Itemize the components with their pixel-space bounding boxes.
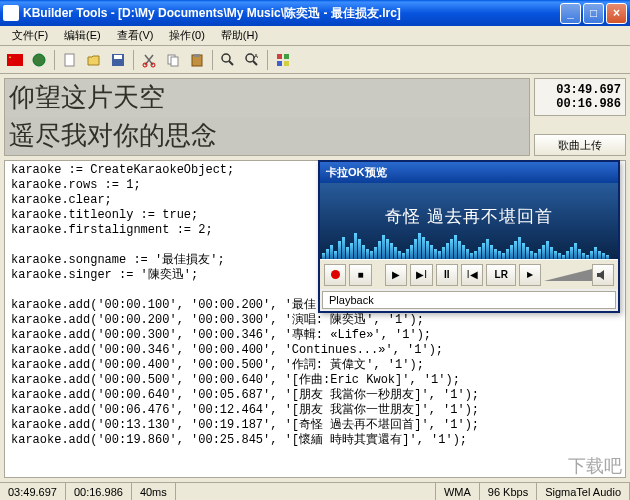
time-display: 03:49.697 00:16.986	[534, 78, 626, 116]
svg-rect-11	[194, 54, 200, 57]
karaoke-preview-window[interactable]: 卡拉OK预览 奇怪 過去再不堪回首 ■ ▶ ▶I II I◀ LR ▶ Play…	[318, 160, 620, 313]
svg-rect-5	[114, 55, 122, 59]
prev-button[interactable]: I◀	[461, 264, 483, 286]
status-latency: 40ms	[132, 483, 176, 500]
svg-rect-19	[277, 61, 282, 66]
menu-help[interactable]: 帮助(H)	[213, 26, 266, 45]
upload-button[interactable]: 歌曲上传	[534, 134, 626, 156]
save-button[interactable]	[107, 49, 129, 71]
open-button[interactable]	[83, 49, 105, 71]
svg-rect-20	[284, 61, 289, 66]
status-codec: WMA	[436, 483, 480, 500]
speaker-icon	[596, 269, 610, 281]
status-total-time: 03:49.697	[0, 483, 66, 500]
window-title: KBuilder Tools - [D:\My Documents\My Mus…	[23, 5, 560, 22]
svg-rect-3	[65, 54, 74, 66]
find-button[interactable]	[217, 49, 239, 71]
svg-rect-9	[171, 57, 178, 66]
visualizer: 奇怪 過去再不堪回首	[320, 183, 618, 259]
pause-button[interactable]: II	[436, 264, 458, 286]
current-time: 00:16.986	[539, 97, 621, 111]
menu-action[interactable]: 操作(0)	[161, 26, 212, 45]
options-button[interactable]	[272, 49, 294, 71]
play-button[interactable]: ▶	[385, 264, 407, 286]
new-button[interactable]	[59, 49, 81, 71]
svg-line-13	[229, 61, 233, 65]
channel-button[interactable]: LR	[486, 264, 516, 286]
menu-edit[interactable]: 编辑(E)	[56, 26, 109, 45]
volume-slider[interactable]	[544, 268, 588, 282]
flag-cn-button[interactable]	[4, 49, 26, 71]
svg-line-15	[253, 61, 257, 65]
status-spacer	[176, 483, 436, 500]
globe-button[interactable]	[28, 49, 50, 71]
status-current-time: 00:16.986	[66, 483, 132, 500]
record-icon	[331, 270, 340, 279]
record-button[interactable]	[324, 264, 346, 286]
stop-button[interactable]: ■	[349, 264, 371, 286]
status-audio-device: SigmaTel Audio	[537, 483, 630, 500]
playback-label: Playback	[322, 291, 616, 309]
svg-point-14	[246, 54, 254, 62]
next-button[interactable]: ▶I	[410, 264, 432, 286]
copy-button[interactable]	[162, 49, 184, 71]
svg-rect-17	[277, 54, 282, 59]
status-bitrate: 96 Kbps	[480, 483, 537, 500]
channel-next-button[interactable]: ▶	[519, 264, 541, 286]
minimize-button[interactable]: _	[560, 3, 581, 24]
menu-view[interactable]: 查看(V)	[109, 26, 162, 45]
paste-button[interactable]	[186, 49, 208, 71]
maximize-button[interactable]: □	[583, 3, 604, 24]
lyric-line-2: 遥尽我对你的思念	[5, 117, 529, 155]
close-button[interactable]: ×	[606, 3, 627, 24]
svg-rect-18	[284, 54, 289, 59]
menu-file[interactable]: 文件(F)	[4, 26, 56, 45]
replace-button[interactable]: A	[241, 49, 263, 71]
preview-title: 卡拉OK预览	[320, 162, 618, 183]
app-icon	[3, 5, 19, 21]
preview-lyric: 奇怪 過去再不堪回首	[320, 205, 618, 228]
svg-point-2	[33, 54, 45, 66]
svg-rect-0	[7, 54, 23, 66]
lyric-display: 仰望这片天空 遥尽我对你的思念	[4, 78, 530, 156]
mute-button[interactable]	[592, 264, 614, 286]
total-time: 03:49.697	[539, 83, 621, 97]
lyric-line-1: 仰望这片天空	[5, 79, 529, 117]
svg-point-12	[222, 54, 230, 62]
cut-button[interactable]	[138, 49, 160, 71]
svg-text:A: A	[254, 53, 258, 59]
